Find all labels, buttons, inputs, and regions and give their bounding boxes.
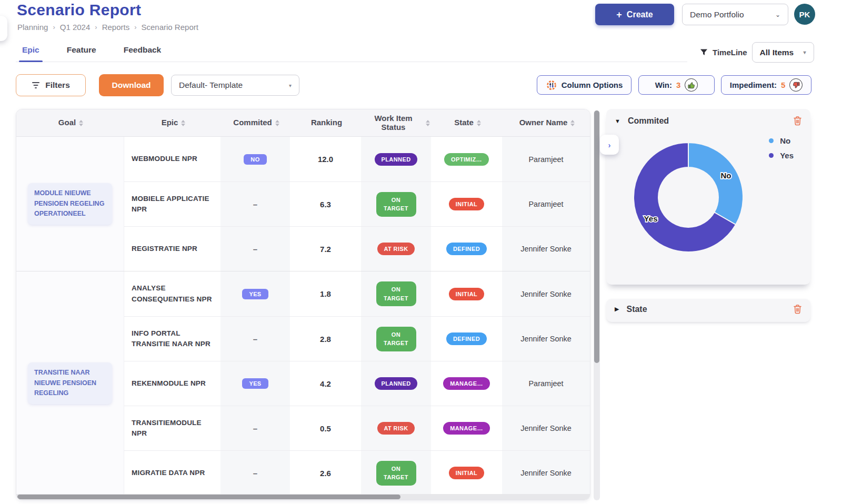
timeline-select[interactable]: All Items ▾	[752, 42, 814, 63]
column-header-label: Ranking	[311, 118, 342, 127]
impediment-button[interactable]: Impediment: 5	[721, 75, 811, 95]
owner-name: Paramjeet	[528, 200, 563, 208]
ranking-value: 12.0	[318, 155, 333, 164]
work-item-status-badge: AT RISK	[377, 243, 415, 255]
portfolio-select[interactable]: Demo Portfolio ⌄	[682, 4, 788, 25]
table-row: REKENMODULE NPRYES4.2PLANNEDMANAGE…Param…	[124, 361, 590, 406]
commited-cell: NO	[220, 137, 290, 182]
state-panel-title: State	[626, 305, 786, 314]
commited-cell: YES	[220, 361, 290, 406]
breadcrumb-item[interactable]: Reports	[102, 23, 130, 32]
vertical-scrollbar[interactable]	[594, 110, 600, 500]
ranking-value: 1.8	[320, 289, 331, 298]
table-header-row: GoalEpicCommitedRankingWork Item StatusS…	[16, 109, 590, 137]
commited-empty: –	[253, 469, 257, 478]
ranking-cell: 7.2	[290, 227, 361, 271]
avatar[interactable]: PK	[794, 4, 815, 25]
download-button[interactable]: Download	[99, 74, 164, 96]
tab-epic[interactable]: Epic	[21, 43, 41, 62]
work-item-status-cell: AT RISK	[361, 406, 431, 450]
win-button[interactable]: Win: 3	[638, 75, 715, 95]
state-panel: ▶ State	[606, 299, 810, 322]
commited-empty: –	[253, 424, 257, 433]
filters-button[interactable]: Filters	[16, 74, 86, 96]
state-cell: INITIAL	[431, 182, 502, 226]
epic-cell: REKENMODULE NPR	[124, 361, 220, 406]
owner-cell: Paramjeet	[502, 361, 590, 406]
column-header-owner-name[interactable]: Owner Name	[503, 109, 590, 136]
table-row: ANALYSE CONSEQUENTIES NPRYES1.8ON TARGET…	[124, 271, 590, 316]
delete-state-panel-button[interactable]	[793, 304, 802, 314]
select-arrow-icon: ▾	[804, 49, 806, 55]
win-count: 3	[676, 80, 680, 89]
epic-name: TRANSITIEMODULE NPR	[132, 418, 215, 439]
thumbs-up-icon	[685, 78, 698, 92]
win-label: Win:	[655, 80, 672, 89]
commited-cell: YES	[220, 271, 290, 316]
state-badge: INITIAL	[449, 288, 484, 300]
column-header-work-item-status[interactable]: Work Item Status	[362, 109, 432, 136]
work-item-status-badge: ON TARGET	[376, 192, 416, 217]
column-header-goal[interactable]: Goal	[16, 109, 125, 136]
horizontal-scrollbar-thumb[interactable]	[17, 495, 400, 499]
vertical-scrollbar-thumb[interactable]	[594, 110, 599, 363]
sort-icon[interactable]	[79, 120, 83, 126]
breadcrumb-item[interactable]: Scenario Report	[142, 23, 198, 32]
donut-slice-label-yes: Yes	[644, 214, 658, 223]
commited-panel-header[interactable]: ▼ Commited	[606, 109, 810, 133]
column-options-button[interactable]: Column Options	[537, 75, 632, 95]
breadcrumb-separator: ›	[95, 23, 97, 31]
sort-icon[interactable]	[477, 120, 481, 126]
work-item-status-cell: ON TARGET	[361, 182, 431, 226]
breadcrumb-item[interactable]: Planning	[17, 23, 48, 32]
table-row: MIGRATIE DATA NPR–2.6ON TARGETINITIALJen…	[124, 450, 590, 495]
state-panel-header[interactable]: ▶ State	[606, 299, 810, 321]
ranking-cell: 12.0	[290, 137, 361, 182]
commited-empty: –	[253, 200, 257, 209]
sort-icon[interactable]	[426, 120, 430, 126]
column-header-epic[interactable]: Epic	[125, 109, 222, 136]
epic-name: MOBIELE APPLICATIE NPR	[132, 194, 215, 215]
sort-icon[interactable]	[570, 120, 575, 126]
sort-icon[interactable]	[275, 120, 279, 126]
owner-cell: Jennifer Sonke	[502, 406, 590, 450]
portfolio-select-value: Demo Portfolio	[690, 10, 744, 19]
state-badge: DEFINED	[446, 332, 487, 345]
tab-feature[interactable]: Feature	[66, 43, 97, 62]
filters-button-label: Filters	[45, 80, 70, 90]
left-drawer-handle[interactable]	[0, 16, 7, 41]
column-header-label: Work Item Status	[364, 114, 423, 132]
tab-feedback[interactable]: Feedback	[123, 43, 163, 62]
owner-cell: Jennifer Sonke	[502, 451, 590, 495]
epic-name: INFO PORTAL TRANSITIE NAAR NPR	[132, 328, 215, 350]
commited-donut-chart: NoYes	[627, 136, 749, 258]
work-item-status-cell: ON TARGET	[361, 451, 431, 495]
goal-group: TRANSITIE NAAR NIEUWE PENSIOEN REGELINGA…	[16, 271, 590, 495]
column-header-commited[interactable]: Commited	[222, 109, 291, 136]
column-header-state[interactable]: State	[432, 109, 503, 136]
owner-name: Paramjeet	[528, 155, 563, 164]
delete-commited-panel-button[interactable]	[793, 116, 802, 126]
template-select[interactable]: Default- Template ▾	[171, 75, 299, 96]
owner-cell: Paramjeet	[502, 182, 590, 226]
panel-expander-handle[interactable]: ›	[600, 135, 619, 155]
epic-cell: REGISTRATIE NPR	[124, 227, 220, 271]
state-cell: DEFINED	[431, 317, 502, 361]
timeline-label: TimeLine	[713, 48, 747, 57]
legend-label-yes: Yes	[780, 151, 794, 160]
scenario-table: GoalEpicCommitedRankingWork Item StatusS…	[16, 109, 590, 500]
state-badge: DEFINED	[446, 243, 487, 255]
sort-icon[interactable]	[181, 120, 185, 126]
breadcrumb-item[interactable]: Q1 2024	[60, 23, 91, 32]
column-header-label: State	[454, 118, 474, 127]
filter-lines-icon	[32, 82, 40, 89]
donut-slice-no	[688, 143, 743, 225]
column-header-ranking[interactable]: Ranking	[291, 109, 362, 136]
owner-cell: Jennifer Sonke	[502, 317, 590, 361]
column-options-label: Column Options	[562, 80, 623, 89]
owner-name: Jennifer Sonke	[520, 424, 572, 432]
horizontal-scrollbar[interactable]	[16, 494, 590, 500]
create-button[interactable]: + Create	[595, 4, 674, 25]
impediment-count: 5	[781, 80, 785, 89]
legend-dot-yes	[769, 153, 774, 158]
